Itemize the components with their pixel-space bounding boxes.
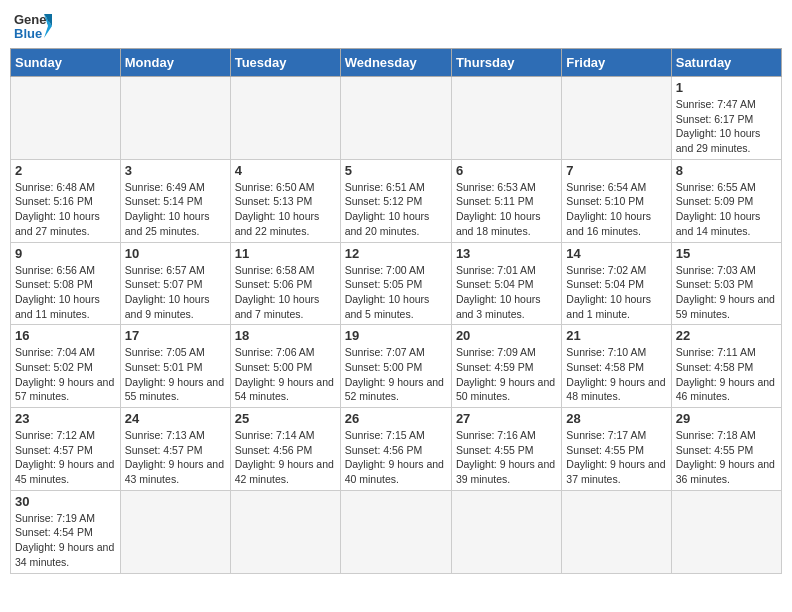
- calendar-cell: 12Sunrise: 7:00 AMSunset: 5:05 PMDayligh…: [340, 242, 451, 325]
- day-number: 21: [566, 328, 666, 343]
- day-info: Sunrise: 6:57 AMSunset: 5:07 PMDaylight:…: [125, 263, 226, 322]
- day-number: 8: [676, 163, 777, 178]
- col-header-saturday: Saturday: [671, 49, 781, 77]
- day-info: Sunrise: 6:55 AMSunset: 5:09 PMDaylight:…: [676, 180, 777, 239]
- calendar-cell: [340, 77, 451, 160]
- day-info: Sunrise: 7:00 AMSunset: 5:05 PMDaylight:…: [345, 263, 447, 322]
- day-number: 26: [345, 411, 447, 426]
- calendar-cell: 9Sunrise: 6:56 AMSunset: 5:08 PMDaylight…: [11, 242, 121, 325]
- calendar-header-row: SundayMondayTuesdayWednesdayThursdayFrid…: [11, 49, 782, 77]
- calendar-cell: 24Sunrise: 7:13 AMSunset: 4:57 PMDayligh…: [120, 408, 230, 491]
- day-number: 25: [235, 411, 336, 426]
- day-info: Sunrise: 7:12 AMSunset: 4:57 PMDaylight:…: [15, 428, 116, 487]
- day-number: 1: [676, 80, 777, 95]
- calendar-cell: [120, 77, 230, 160]
- day-number: 16: [15, 328, 116, 343]
- calendar-week-4: 16Sunrise: 7:04 AMSunset: 5:02 PMDayligh…: [11, 325, 782, 408]
- col-header-thursday: Thursday: [451, 49, 561, 77]
- day-info: Sunrise: 6:54 AMSunset: 5:10 PMDaylight:…: [566, 180, 666, 239]
- calendar-cell: [340, 490, 451, 573]
- day-info: Sunrise: 6:49 AMSunset: 5:14 PMDaylight:…: [125, 180, 226, 239]
- col-header-friday: Friday: [562, 49, 671, 77]
- day-info: Sunrise: 7:02 AMSunset: 5:04 PMDaylight:…: [566, 263, 666, 322]
- day-number: 18: [235, 328, 336, 343]
- day-info: Sunrise: 6:51 AMSunset: 5:12 PMDaylight:…: [345, 180, 447, 239]
- day-number: 30: [15, 494, 116, 509]
- day-info: Sunrise: 6:58 AMSunset: 5:06 PMDaylight:…: [235, 263, 336, 322]
- calendar-week-3: 9Sunrise: 6:56 AMSunset: 5:08 PMDaylight…: [11, 242, 782, 325]
- day-number: 4: [235, 163, 336, 178]
- calendar-cell: 28Sunrise: 7:17 AMSunset: 4:55 PMDayligh…: [562, 408, 671, 491]
- day-number: 24: [125, 411, 226, 426]
- col-header-wednesday: Wednesday: [340, 49, 451, 77]
- day-number: 27: [456, 411, 557, 426]
- calendar-cell: 13Sunrise: 7:01 AMSunset: 5:04 PMDayligh…: [451, 242, 561, 325]
- generalblue-logo-icon: General Blue: [14, 10, 52, 42]
- calendar-table: SundayMondayTuesdayWednesdayThursdayFrid…: [10, 48, 782, 574]
- day-info: Sunrise: 6:50 AMSunset: 5:13 PMDaylight:…: [235, 180, 336, 239]
- calendar-cell: [120, 490, 230, 573]
- day-info: Sunrise: 7:19 AMSunset: 4:54 PMDaylight:…: [15, 511, 116, 570]
- day-number: 10: [125, 246, 226, 261]
- calendar-cell: 29Sunrise: 7:18 AMSunset: 4:55 PMDayligh…: [671, 408, 781, 491]
- day-info: Sunrise: 7:13 AMSunset: 4:57 PMDaylight:…: [125, 428, 226, 487]
- day-number: 5: [345, 163, 447, 178]
- calendar-cell: 19Sunrise: 7:07 AMSunset: 5:00 PMDayligh…: [340, 325, 451, 408]
- calendar-cell: 11Sunrise: 6:58 AMSunset: 5:06 PMDayligh…: [230, 242, 340, 325]
- day-number: 19: [345, 328, 447, 343]
- day-info: Sunrise: 6:53 AMSunset: 5:11 PMDaylight:…: [456, 180, 557, 239]
- calendar-week-5: 23Sunrise: 7:12 AMSunset: 4:57 PMDayligh…: [11, 408, 782, 491]
- day-number: 12: [345, 246, 447, 261]
- calendar-cell: [230, 490, 340, 573]
- day-info: Sunrise: 7:03 AMSunset: 5:03 PMDaylight:…: [676, 263, 777, 322]
- day-info: Sunrise: 7:18 AMSunset: 4:55 PMDaylight:…: [676, 428, 777, 487]
- calendar-cell: 1Sunrise: 7:47 AMSunset: 6:17 PMDaylight…: [671, 77, 781, 160]
- calendar-cell: 7Sunrise: 6:54 AMSunset: 5:10 PMDaylight…: [562, 159, 671, 242]
- day-info: Sunrise: 7:04 AMSunset: 5:02 PMDaylight:…: [15, 345, 116, 404]
- day-number: 11: [235, 246, 336, 261]
- calendar-cell: 25Sunrise: 7:14 AMSunset: 4:56 PMDayligh…: [230, 408, 340, 491]
- day-number: 20: [456, 328, 557, 343]
- calendar-cell: 6Sunrise: 6:53 AMSunset: 5:11 PMDaylight…: [451, 159, 561, 242]
- logo: General Blue: [14, 10, 52, 42]
- calendar-cell: 20Sunrise: 7:09 AMSunset: 4:59 PMDayligh…: [451, 325, 561, 408]
- calendar-cell: 30Sunrise: 7:19 AMSunset: 4:54 PMDayligh…: [11, 490, 121, 573]
- day-info: Sunrise: 7:47 AMSunset: 6:17 PMDaylight:…: [676, 97, 777, 156]
- calendar-cell: 2Sunrise: 6:48 AMSunset: 5:16 PMDaylight…: [11, 159, 121, 242]
- calendar-cell: 10Sunrise: 6:57 AMSunset: 5:07 PMDayligh…: [120, 242, 230, 325]
- day-info: Sunrise: 7:10 AMSunset: 4:58 PMDaylight:…: [566, 345, 666, 404]
- day-info: Sunrise: 7:14 AMSunset: 4:56 PMDaylight:…: [235, 428, 336, 487]
- col-header-sunday: Sunday: [11, 49, 121, 77]
- calendar-cell: 22Sunrise: 7:11 AMSunset: 4:58 PMDayligh…: [671, 325, 781, 408]
- calendar-cell: [562, 77, 671, 160]
- day-number: 7: [566, 163, 666, 178]
- calendar-week-1: 1Sunrise: 7:47 AMSunset: 6:17 PMDaylight…: [11, 77, 782, 160]
- calendar-cell: 5Sunrise: 6:51 AMSunset: 5:12 PMDaylight…: [340, 159, 451, 242]
- col-header-tuesday: Tuesday: [230, 49, 340, 77]
- day-info: Sunrise: 7:06 AMSunset: 5:00 PMDaylight:…: [235, 345, 336, 404]
- calendar-cell: 18Sunrise: 7:06 AMSunset: 5:00 PMDayligh…: [230, 325, 340, 408]
- col-header-monday: Monday: [120, 49, 230, 77]
- day-info: Sunrise: 7:09 AMSunset: 4:59 PMDaylight:…: [456, 345, 557, 404]
- day-info: Sunrise: 7:17 AMSunset: 4:55 PMDaylight:…: [566, 428, 666, 487]
- page-header: General Blue: [10, 10, 782, 42]
- day-number: 6: [456, 163, 557, 178]
- calendar-cell: 4Sunrise: 6:50 AMSunset: 5:13 PMDaylight…: [230, 159, 340, 242]
- day-info: Sunrise: 6:56 AMSunset: 5:08 PMDaylight:…: [15, 263, 116, 322]
- calendar-cell: [230, 77, 340, 160]
- calendar-cell: [671, 490, 781, 573]
- calendar-cell: [11, 77, 121, 160]
- day-info: Sunrise: 7:07 AMSunset: 5:00 PMDaylight:…: [345, 345, 447, 404]
- day-number: 15: [676, 246, 777, 261]
- calendar-cell: 21Sunrise: 7:10 AMSunset: 4:58 PMDayligh…: [562, 325, 671, 408]
- calendar-cell: 16Sunrise: 7:04 AMSunset: 5:02 PMDayligh…: [11, 325, 121, 408]
- calendar-cell: 23Sunrise: 7:12 AMSunset: 4:57 PMDayligh…: [11, 408, 121, 491]
- day-number: 23: [15, 411, 116, 426]
- day-number: 9: [15, 246, 116, 261]
- day-info: Sunrise: 7:05 AMSunset: 5:01 PMDaylight:…: [125, 345, 226, 404]
- calendar-cell: 3Sunrise: 6:49 AMSunset: 5:14 PMDaylight…: [120, 159, 230, 242]
- day-info: Sunrise: 7:16 AMSunset: 4:55 PMDaylight:…: [456, 428, 557, 487]
- calendar-week-6: 30Sunrise: 7:19 AMSunset: 4:54 PMDayligh…: [11, 490, 782, 573]
- calendar-cell: 26Sunrise: 7:15 AMSunset: 4:56 PMDayligh…: [340, 408, 451, 491]
- day-number: 17: [125, 328, 226, 343]
